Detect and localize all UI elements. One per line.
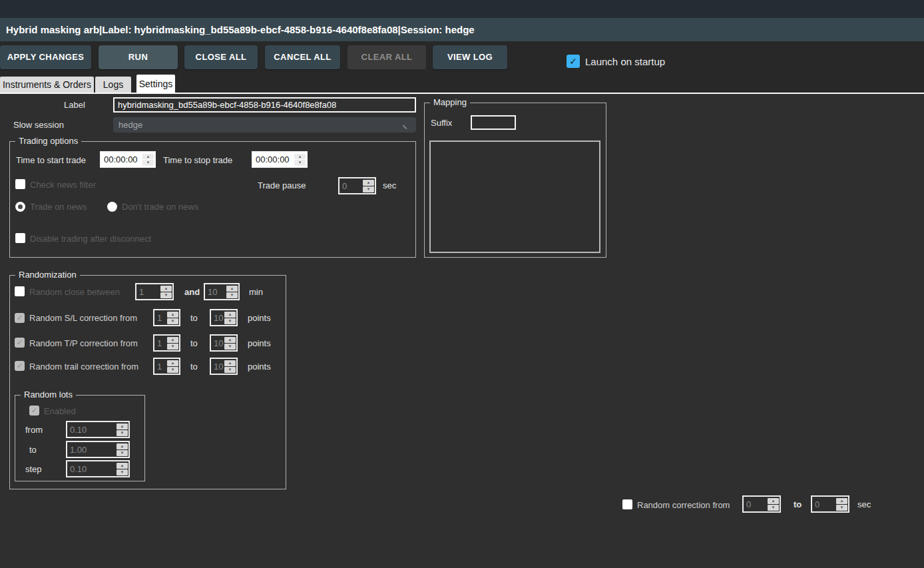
- random-lots-to-spinner[interactable]: 1.00 ▲▼: [66, 441, 130, 458]
- trading-options-title: Trading options: [15, 136, 81, 146]
- spin-down-icon[interactable]: ▼: [224, 344, 236, 350]
- spin-down-icon[interactable]: ▼: [167, 318, 178, 324]
- view-log-button[interactable]: VIEW LOG: [433, 45, 507, 69]
- spin-down-icon[interactable]: ▼: [116, 430, 128, 436]
- clear-all-button[interactable]: CLEAR ALL: [347, 45, 426, 69]
- spin-down-icon[interactable]: ▼: [768, 505, 779, 511]
- dont-trade-on-news-label: Don't trade on news: [122, 202, 198, 212]
- spin-up-icon[interactable]: ▲: [116, 463, 128, 469]
- random-sl-label: Random S/L correction from: [29, 313, 137, 323]
- spin-down-icon[interactable]: ▼: [116, 469, 128, 475]
- time-to-stop-value: 00:00:00: [253, 152, 294, 166]
- random-sl-checkbox[interactable]: ✓: [15, 313, 25, 323]
- check-icon: ✓: [17, 339, 23, 346]
- spin-up-icon[interactable]: ▲: [224, 360, 236, 366]
- slow-session-label: Slow session: [13, 120, 64, 130]
- random-sl-from-spinner[interactable]: 1 ▲▼: [153, 309, 180, 326]
- launch-on-startup-label: Launch on startup: [585, 56, 665, 67]
- spin-up-icon[interactable]: ▲: [294, 154, 306, 160]
- spin-down-icon[interactable]: ▼: [363, 186, 374, 192]
- disable-after-disconnect-label: Disable trading after disconnect: [30, 234, 151, 244]
- random-trail-conj: to: [190, 362, 198, 372]
- spin-up-icon[interactable]: ▲: [160, 286, 172, 292]
- spin-down-icon[interactable]: ▼: [116, 450, 128, 456]
- tab-settings[interactable]: Settings: [136, 75, 175, 93]
- random-trail-from-spinner[interactable]: 1 ▲▼: [153, 358, 180, 375]
- spin-down-icon[interactable]: ▼: [294, 160, 306, 166]
- random-close-label: Random close between: [29, 287, 120, 297]
- spin-up-icon[interactable]: ▲: [836, 498, 847, 504]
- spin-up-icon[interactable]: ▲: [224, 337, 236, 343]
- trade-on-news-label: Trade on news: [30, 202, 87, 212]
- random-trail-to-spinner[interactable]: 10 ▲▼: [210, 358, 238, 375]
- slow-session-value: hedge: [118, 120, 142, 130]
- spin-up-icon[interactable]: ▲: [363, 180, 374, 186]
- spin-up-icon[interactable]: ▲: [142, 154, 154, 160]
- spin-down-icon[interactable]: ▼: [836, 505, 847, 511]
- run-button[interactable]: RUN: [99, 45, 178, 69]
- random-close-from-spinner[interactable]: 1 ▲▼: [135, 283, 174, 300]
- spin-up-icon[interactable]: ▲: [226, 286, 238, 292]
- app-window: Hybrid masking arb|Label: hybridmasking_…: [0, 0, 924, 568]
- random-lots-from-spinner[interactable]: 0.10 ▲▼: [66, 421, 130, 438]
- cancel-all-button[interactable]: CANCEL ALL: [265, 45, 340, 69]
- check-icon: ✓: [17, 314, 23, 322]
- disable-after-disconnect-checkbox[interactable]: [15, 233, 25, 243]
- spin-up-icon[interactable]: ▲: [167, 312, 178, 318]
- time-to-stop-label: Time to stop trade: [163, 155, 232, 165]
- spin-up-icon[interactable]: ▲: [167, 360, 178, 366]
- trade-pause-label: Trade pause: [258, 180, 306, 190]
- random-sl-conj: to: [190, 313, 198, 323]
- random-close-conj: and: [184, 287, 200, 297]
- title-bar: Hybrid masking arb|Label: hybridmasking_…: [0, 18, 924, 41]
- time-to-start-value: 00:00:00: [101, 152, 142, 166]
- random-correction-checkbox[interactable]: [622, 499, 632, 509]
- check-icon: ✓: [31, 407, 37, 414]
- random-tp-to-spinner[interactable]: 10 ▲▼: [210, 334, 238, 352]
- trade-on-news-radio[interactable]: [15, 202, 25, 212]
- tab-instruments-orders[interactable]: Instruments & Orders: [0, 77, 94, 93]
- random-correction-to-spinner[interactable]: 0 ▲▼: [811, 495, 849, 513]
- suffix-label: Suffix: [431, 118, 452, 128]
- spin-up-icon[interactable]: ▲: [224, 312, 236, 318]
- spin-down-icon[interactable]: ▼: [226, 292, 238, 298]
- trade-pause-spinner[interactable]: 0 ▲▼: [338, 177, 376, 194]
- random-tp-checkbox[interactable]: ✓: [15, 338, 25, 348]
- spin-up-icon[interactable]: ▲: [167, 337, 178, 343]
- check-news-filter-checkbox[interactable]: [15, 179, 25, 189]
- spin-up-icon[interactable]: ▲: [116, 424, 128, 429]
- random-tp-label: Random T/P correction from: [29, 338, 138, 348]
- spin-down-icon[interactable]: ▼: [224, 318, 236, 324]
- random-correction-from-spinner[interactable]: 0 ▲▼: [742, 495, 781, 513]
- spin-down-icon[interactable]: ▼: [167, 367, 178, 373]
- tab-logs[interactable]: Logs: [95, 77, 131, 93]
- suffix-input[interactable]: [471, 115, 516, 130]
- apply-changes-button[interactable]: APPLY CHANGES: [0, 45, 91, 69]
- window-top-strip: [0, 0, 924, 18]
- random-trail-checkbox[interactable]: ✓: [15, 361, 25, 371]
- slow-session-dropdown[interactable]: hedge: [113, 117, 416, 133]
- spin-up-icon[interactable]: ▲: [116, 443, 128, 449]
- random-lots-step-spinner[interactable]: 0.10 ▲▼: [66, 460, 130, 477]
- spin-down-icon[interactable]: ▼: [160, 292, 172, 298]
- launch-on-startup-checkbox[interactable]: ✓: [567, 55, 580, 68]
- random-lots-enabled-checkbox[interactable]: ✓: [29, 406, 39, 416]
- spin-down-icon[interactable]: ▼: [224, 367, 236, 373]
- time-to-stop-spinner[interactable]: 00:00:00 ▲▼: [252, 151, 308, 168]
- label-input[interactable]: hybridmasking_bd55a89b-ebcf-4858-b916-46…: [113, 97, 416, 113]
- close-all-button[interactable]: CLOSE ALL: [184, 45, 258, 69]
- random-correction-label: Random correction from: [637, 500, 730, 510]
- random-tp-from-spinner[interactable]: 1 ▲▼: [153, 334, 180, 352]
- random-correction-conj: to: [794, 499, 802, 509]
- spin-down-icon[interactable]: ▼: [142, 160, 154, 166]
- time-to-start-spinner[interactable]: 00:00:00 ▲▼: [100, 151, 156, 168]
- dont-trade-on-news-radio[interactable]: [107, 202, 117, 212]
- spin-up-icon[interactable]: ▲: [768, 498, 779, 504]
- random-lots-title: Random lots: [21, 390, 76, 400]
- random-close-to-spinner[interactable]: 10 ▲▼: [204, 283, 240, 300]
- random-sl-to-spinner[interactable]: 10 ▲▼: [210, 309, 238, 326]
- check-icon: ✓: [17, 362, 23, 370]
- mapping-list[interactable]: [429, 141, 600, 253]
- random-close-checkbox[interactable]: [15, 286, 25, 296]
- spin-down-icon[interactable]: ▼: [167, 344, 178, 350]
